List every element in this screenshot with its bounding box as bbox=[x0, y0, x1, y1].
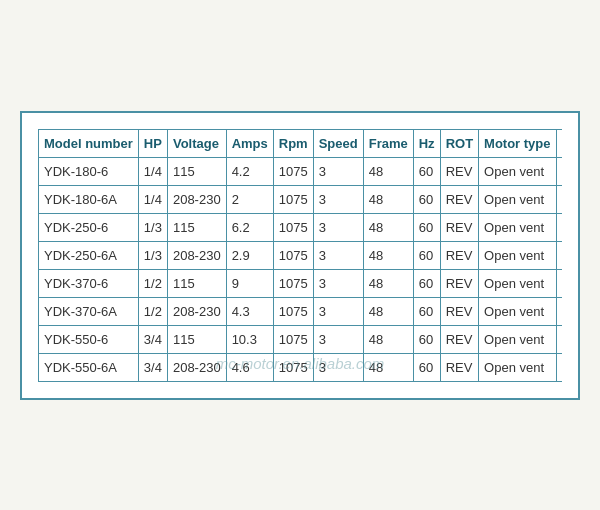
table-cell: 48 bbox=[363, 269, 413, 297]
column-header: Model number bbox=[39, 129, 139, 157]
table-cell: REV bbox=[440, 353, 478, 381]
column-header: Voltage bbox=[167, 129, 226, 157]
table-cell: REV bbox=[440, 325, 478, 353]
table-cell: 208-230 bbox=[167, 241, 226, 269]
table-cell: 1/3 bbox=[138, 241, 167, 269]
table-cell: 60 bbox=[413, 325, 440, 353]
column-header: HP bbox=[138, 129, 167, 157]
main-container: Model numberHPVoltageAmpsRpmSpeedFrameHz… bbox=[20, 111, 580, 400]
table-cell: 1/4 bbox=[138, 157, 167, 185]
table-cell: 115 bbox=[167, 325, 226, 353]
table-cell: 1/2 bbox=[138, 297, 167, 325]
table-cell: 60 bbox=[413, 185, 440, 213]
table-cell: 1075 bbox=[273, 157, 313, 185]
table-cell: Ball bbox=[556, 213, 562, 241]
table-cell: 208-230 bbox=[167, 297, 226, 325]
table-cell: Ball bbox=[556, 325, 562, 353]
table-cell: 1/3 bbox=[138, 213, 167, 241]
table-cell: YDK-180-6A bbox=[39, 185, 139, 213]
table-row: YDK-250-6A1/3208-2302.9107534860REVOpen … bbox=[39, 241, 563, 269]
table-row: YDK-370-6A1/2208-2304.3107534860REVOpen … bbox=[39, 297, 563, 325]
table-cell: 4.3 bbox=[226, 297, 273, 325]
table-cell: REV bbox=[440, 157, 478, 185]
table-row: YDK-550-63/411510.3107534860REVOpen vent… bbox=[39, 325, 563, 353]
table-cell: YDK-180-6 bbox=[39, 157, 139, 185]
table-cell: 60 bbox=[413, 269, 440, 297]
table-cell: 1/4 bbox=[138, 185, 167, 213]
table-cell: 48 bbox=[363, 241, 413, 269]
table-cell: 60 bbox=[413, 157, 440, 185]
table-cell: Ball bbox=[556, 269, 562, 297]
table-cell: REV bbox=[440, 213, 478, 241]
table-cell: 115 bbox=[167, 213, 226, 241]
table-cell: YDK-250-6 bbox=[39, 213, 139, 241]
table-cell: YDK-550-6A bbox=[39, 353, 139, 381]
table-cell: Ball bbox=[556, 157, 562, 185]
column-header: ROT bbox=[440, 129, 478, 157]
table-cell: 3 bbox=[313, 297, 363, 325]
table-header-row: Model numberHPVoltageAmpsRpmSpeedFrameHz… bbox=[39, 129, 563, 157]
table-wrapper: Model numberHPVoltageAmpsRpmSpeedFrameHz… bbox=[38, 129, 562, 382]
table-cell: 60 bbox=[413, 213, 440, 241]
table-cell: 48 bbox=[363, 213, 413, 241]
table-cell: 60 bbox=[413, 241, 440, 269]
table-cell: Open vent bbox=[479, 241, 556, 269]
table-cell: 1075 bbox=[273, 297, 313, 325]
column-header: Rpm bbox=[273, 129, 313, 157]
table-cell: 6.2 bbox=[226, 213, 273, 241]
table-cell: 208-230 bbox=[167, 185, 226, 213]
motor-specs-table: Model numberHPVoltageAmpsRpmSpeedFrameHz… bbox=[38, 129, 562, 382]
table-cell: Ball bbox=[556, 353, 562, 381]
table-cell: YDK-550-6 bbox=[39, 325, 139, 353]
table-cell: 3 bbox=[313, 157, 363, 185]
table-cell: REV bbox=[440, 297, 478, 325]
table-cell: 3 bbox=[313, 325, 363, 353]
table-cell: 208-230 bbox=[167, 353, 226, 381]
column-header: Bearing bbox=[556, 129, 562, 157]
table-cell: Ball bbox=[556, 185, 562, 213]
column-header: Frame bbox=[363, 129, 413, 157]
table-cell: 48 bbox=[363, 185, 413, 213]
table-cell: YDK-250-6A bbox=[39, 241, 139, 269]
table-cell: Open vent bbox=[479, 353, 556, 381]
table-cell: 1075 bbox=[273, 213, 313, 241]
table-cell: 1/2 bbox=[138, 269, 167, 297]
table-cell: 9 bbox=[226, 269, 273, 297]
table-cell: 3/4 bbox=[138, 353, 167, 381]
column-header: Hz bbox=[413, 129, 440, 157]
table-cell: REV bbox=[440, 185, 478, 213]
table-cell: 1075 bbox=[273, 325, 313, 353]
table-row: YDK-180-61/41154.2107534860REVOpen ventB… bbox=[39, 157, 563, 185]
table-cell: Ball bbox=[556, 241, 562, 269]
table-cell: REV bbox=[440, 241, 478, 269]
table-cell: YDK-370-6 bbox=[39, 269, 139, 297]
table-cell: REV bbox=[440, 269, 478, 297]
table-cell: Ball bbox=[556, 297, 562, 325]
table-cell: 1075 bbox=[273, 241, 313, 269]
table-cell: 3 bbox=[313, 241, 363, 269]
table-cell: 3 bbox=[313, 353, 363, 381]
table-cell: 1075 bbox=[273, 269, 313, 297]
table-cell: 60 bbox=[413, 297, 440, 325]
table-cell: Open vent bbox=[479, 185, 556, 213]
table-cell: Open vent bbox=[479, 157, 556, 185]
table-cell: 48 bbox=[363, 353, 413, 381]
table-row: YDK-180-6A1/4208-2302107534860REVOpen ve… bbox=[39, 185, 563, 213]
table-cell: 3 bbox=[313, 269, 363, 297]
table-cell: 3/4 bbox=[138, 325, 167, 353]
table-cell: 115 bbox=[167, 269, 226, 297]
column-header: Amps bbox=[226, 129, 273, 157]
table-cell: 60 bbox=[413, 353, 440, 381]
table-cell: 2.9 bbox=[226, 241, 273, 269]
column-header: Motor type bbox=[479, 129, 556, 157]
table-cell: 115 bbox=[167, 157, 226, 185]
table-cell: 48 bbox=[363, 297, 413, 325]
table-row: YDK-370-61/21159107534860REVOpen ventBal… bbox=[39, 269, 563, 297]
table-cell: 10.3 bbox=[226, 325, 273, 353]
table-cell: 3 bbox=[313, 213, 363, 241]
table-cell: 1075 bbox=[273, 185, 313, 213]
table-cell: Open vent bbox=[479, 269, 556, 297]
column-header: Speed bbox=[313, 129, 363, 157]
table-cell: YDK-370-6A bbox=[39, 297, 139, 325]
table-cell: 4.6 bbox=[226, 353, 273, 381]
